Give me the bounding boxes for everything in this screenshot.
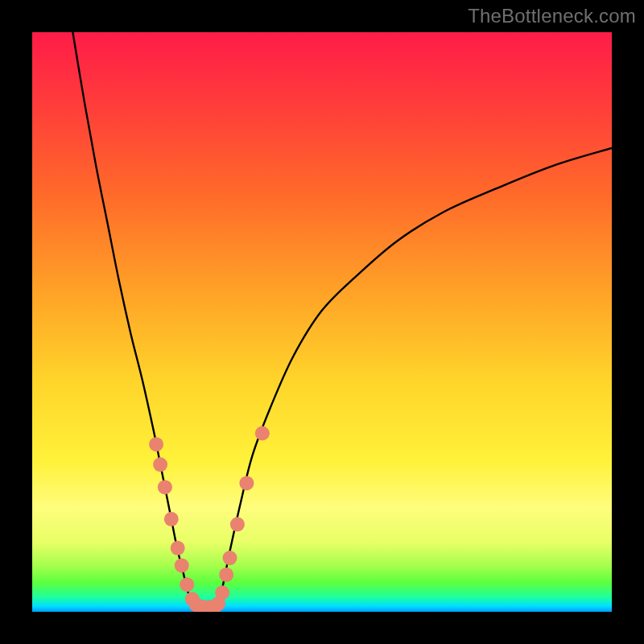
marker-dot	[215, 585, 229, 600]
marker-dot	[230, 517, 245, 531]
curve-layer	[32, 32, 612, 612]
curve-right-branch	[217, 148, 612, 606]
marker-dot	[171, 541, 185, 555]
bottleneck-curve	[72, 32, 612, 609]
marker-dot	[180, 577, 194, 592]
marker-dot	[175, 558, 189, 572]
marker-dot	[255, 426, 270, 440]
marker-dot	[239, 476, 254, 490]
marker-dot	[158, 480, 172, 494]
marker-dot	[164, 512, 179, 526]
plot-area	[32, 32, 612, 612]
marker-dots	[149, 426, 270, 612]
watermark-text: TheBottleneck.com	[468, 5, 636, 27]
marker-dot	[153, 457, 167, 472]
chart-frame: TheBottleneck.com	[0, 0, 644, 644]
marker-dot	[219, 568, 233, 582]
marker-dot	[149, 437, 163, 452]
marker-dot	[223, 551, 237, 565]
